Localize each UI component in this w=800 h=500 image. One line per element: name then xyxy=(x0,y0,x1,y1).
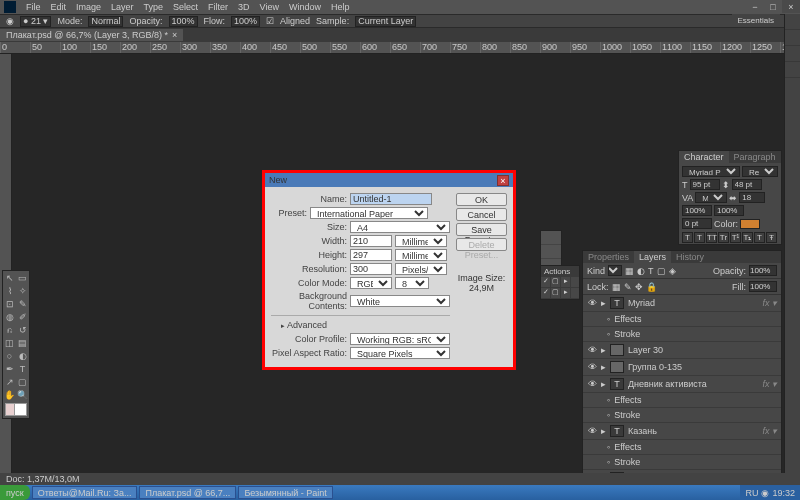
tab-paragraph[interactable]: Paragraph xyxy=(729,151,781,163)
zoom-tool[interactable]: 🔍 xyxy=(16,388,29,401)
name-input[interactable] xyxy=(350,193,432,205)
actions-tab[interactable]: Actions xyxy=(541,266,579,277)
bold-button[interactable]: T xyxy=(682,232,693,243)
tab-layers[interactable]: Layers xyxy=(634,251,671,263)
leading-field[interactable] xyxy=(732,179,762,190)
tab-character[interactable]: Character xyxy=(679,151,729,163)
font-style-select[interactable]: Regular xyxy=(742,166,778,177)
strike-button[interactable]: Ŧ xyxy=(766,232,777,243)
text-color-swatch[interactable] xyxy=(740,219,760,229)
layer-row[interactable]: ◦ Effects xyxy=(583,440,781,455)
advanced-toggle[interactable]: Advanced xyxy=(281,320,450,330)
font-size-field[interactable] xyxy=(690,179,720,190)
width-unit-select[interactable]: Millimeters xyxy=(395,235,447,247)
stamp-tool[interactable]: ⎌ xyxy=(3,323,16,336)
start-button[interactable]: пуск xyxy=(0,485,30,500)
expand-icon[interactable]: ▸ xyxy=(601,362,606,372)
visibility-icon[interactable]: 👁 xyxy=(587,426,597,436)
filter-pixel-icon[interactable]: ▦ xyxy=(625,266,634,276)
visibility-icon[interactable]: 👁 xyxy=(587,298,597,308)
underline-button[interactable]: T xyxy=(754,232,765,243)
layer-row[interactable]: ◦ Effects xyxy=(583,312,781,327)
blur-tool[interactable]: ○ xyxy=(3,349,16,362)
collapsed-panel-icon[interactable] xyxy=(785,14,800,30)
tab-properties[interactable]: Properties xyxy=(583,251,634,263)
minimize-button[interactable]: − xyxy=(746,0,764,13)
expand-icon[interactable]: ▸ xyxy=(601,345,606,355)
hand-tool[interactable]: ✋ xyxy=(3,388,16,401)
marquee-tool[interactable]: ▭ xyxy=(16,271,29,284)
kind-select[interactable] xyxy=(608,265,622,276)
dialog-titlebar[interactable]: New × xyxy=(265,173,513,187)
lock-trans-icon[interactable]: ▦ xyxy=(612,282,621,292)
lock-pos-icon[interactable]: ✥ xyxy=(635,282,643,292)
maximize-button[interactable]: □ xyxy=(764,0,782,13)
menu-help[interactable]: Help xyxy=(327,2,354,12)
menu-3d[interactable]: 3D xyxy=(234,2,254,12)
filter-type-icon[interactable]: T xyxy=(648,266,654,276)
flow-field[interactable]: 100% xyxy=(231,16,260,27)
layer-row[interactable]: ◦ Stroke xyxy=(583,408,781,423)
cancel-button[interactable]: Cancel xyxy=(456,208,507,221)
history-brush-tool[interactable]: ↺ xyxy=(16,323,29,336)
crop-tool[interactable]: ⊡ xyxy=(3,297,16,310)
visibility-icon[interactable]: 👁 xyxy=(587,345,597,355)
layer-fill-field[interactable] xyxy=(749,281,777,292)
menu-view[interactable]: View xyxy=(256,2,283,12)
menu-select[interactable]: Select xyxy=(169,2,202,12)
bg-select[interactable]: White xyxy=(350,295,450,307)
brush-preset[interactable]: ● 21 ▾ xyxy=(20,16,51,27)
gradient-tool[interactable]: ▤ xyxy=(16,336,29,349)
layer-row[interactable]: 👁▸Группа 0-135 xyxy=(583,359,781,376)
document-tab[interactable]: Плакат.psd @ 66,7% (Layer 3, RGB/8) * × xyxy=(0,29,183,41)
baseline-field[interactable] xyxy=(682,218,712,229)
blend-mode-select[interactable]: Normal xyxy=(88,16,123,27)
dodge-tool[interactable]: ◐ xyxy=(16,349,29,362)
size-select[interactable]: A4 xyxy=(350,221,450,233)
workspace-switcher[interactable]: Essentials xyxy=(732,14,780,27)
aspect-select[interactable]: Square Pixels xyxy=(350,347,450,359)
layer-row[interactable]: 👁▸TДневник активистаfx ▾ xyxy=(583,376,781,393)
aligned-check[interactable]: ☑ xyxy=(266,16,274,26)
resolution-unit-select[interactable]: Pixels/Inch xyxy=(395,263,447,275)
brush-tool[interactable]: ✐ xyxy=(16,310,29,323)
eyedropper-tool[interactable]: ✎ xyxy=(16,297,29,310)
filter-adjust-icon[interactable]: ◐ xyxy=(637,266,645,276)
ok-button[interactable]: OK xyxy=(456,193,507,206)
menu-file[interactable]: File xyxy=(22,2,45,12)
collapsed-panel-icon[interactable] xyxy=(785,30,800,46)
wand-tool[interactable]: ✧ xyxy=(16,284,29,297)
path-tool[interactable]: ↗ xyxy=(3,375,16,388)
type-tool[interactable]: T xyxy=(16,362,29,375)
profile-select[interactable]: Working RGB: sRGB IEC61966-2.1 xyxy=(350,333,450,345)
float-icon-2[interactable] xyxy=(541,245,561,259)
visibility-icon[interactable]: 👁 xyxy=(587,362,597,372)
taskbar-item[interactable]: Плакат.psd @ 66,7... xyxy=(139,486,236,499)
float-icon-1[interactable] xyxy=(541,231,561,245)
layer-row[interactable]: ◦ Stroke xyxy=(583,327,781,342)
layer-row[interactable]: ◦ Effects xyxy=(583,393,781,408)
expand-icon[interactable]: ▸ xyxy=(601,379,606,389)
menu-edit[interactable]: Edit xyxy=(47,2,71,12)
color-swatch[interactable] xyxy=(5,403,27,416)
close-button[interactable]: × xyxy=(782,0,800,13)
vscale-field[interactable] xyxy=(682,205,712,216)
lock-all-icon[interactable]: 🔒 xyxy=(646,282,657,292)
eraser-tool[interactable]: ◫ xyxy=(3,336,16,349)
menu-layer[interactable]: Layer xyxy=(107,2,138,12)
tool-preset-icon[interactable]: ◉ xyxy=(6,16,14,26)
background-color[interactable] xyxy=(14,403,27,416)
visibility-icon[interactable]: 👁 xyxy=(587,379,597,389)
save-preset-button[interactable]: Save Preset... xyxy=(456,223,507,236)
taskbar-item[interactable]: Безымянный - Paint xyxy=(238,486,332,499)
collapsed-panel-icon[interactable] xyxy=(785,62,800,78)
layer-row[interactable]: 👁▸Layer 30 xyxy=(583,342,781,359)
smallcaps-button[interactable]: Tr xyxy=(718,232,729,243)
font-select[interactable]: Myriad Pro xyxy=(682,166,740,177)
expand-icon[interactable]: ▸ xyxy=(601,426,606,436)
filter-shape-icon[interactable]: ▢ xyxy=(657,266,666,276)
shape-tool[interactable]: ▢ xyxy=(16,375,29,388)
layer-row[interactable]: 👁▸TMyriadfx ▾ xyxy=(583,295,781,312)
caps-button[interactable]: TT xyxy=(706,232,717,243)
lasso-tool[interactable]: ⌇ xyxy=(3,284,16,297)
